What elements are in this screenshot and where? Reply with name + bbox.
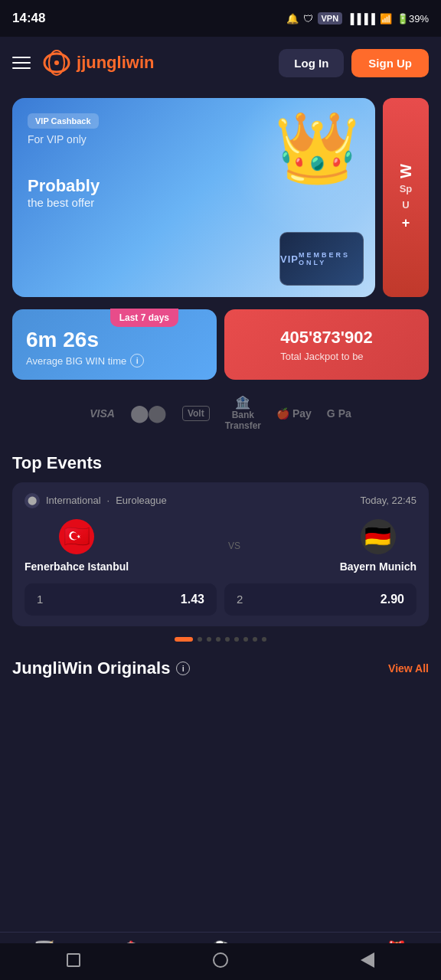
hero-section: 👑 VIP Cashback For VIP only Probably the… xyxy=(0,89,441,303)
carousel-dot-7[interactable] xyxy=(243,637,248,642)
logo-text: jjungliwin xyxy=(77,53,154,73)
signal-icon: ▐▐▐▐ xyxy=(347,13,375,24)
status-bar: 14:48 🔔 🛡 VPN ▐▐▐▐ 📶 🔋39% xyxy=(0,0,441,37)
hero-banner-main[interactable]: 👑 VIP Cashback For VIP only Probably the… xyxy=(12,98,375,297)
odd-button-2[interactable]: 2 2.90 xyxy=(224,583,416,616)
carousel-dot-2[interactable] xyxy=(198,637,202,642)
event-time: Today, 22:45 xyxy=(361,495,416,506)
odd-button-1[interactable]: 1 1.43 xyxy=(24,583,217,616)
android-recents-button[interactable] xyxy=(61,948,86,972)
side-banner-u: U xyxy=(402,199,409,211)
odd-label-2: 2 xyxy=(237,593,243,606)
header-left: jjungliwin xyxy=(12,49,154,77)
mastercard-icon: ⬤ xyxy=(130,403,149,423)
originals-title: JungliWin Originals i xyxy=(12,658,190,678)
vip-badge: VIP Cashback xyxy=(28,113,99,129)
notification-icon: 🔔 xyxy=(286,13,299,24)
team1: 🇹🇷 Fenerbahce Istanbul xyxy=(24,519,129,573)
jackpot-number: 405'873'902 xyxy=(280,328,373,348)
carousel-dot-1[interactable] xyxy=(175,637,193,642)
vip-card-decoration: VIPMEMBERS ONLY xyxy=(279,232,364,286)
logo-icon xyxy=(43,49,70,77)
originals-info-icon[interactable]: i xyxy=(176,662,190,675)
signup-button[interactable]: Sign Up xyxy=(351,49,429,77)
team1-name: Fenerbahce Istanbul xyxy=(24,560,129,573)
battery-icon: 🔋39% xyxy=(397,13,429,24)
hero-small-text: the best offer xyxy=(28,196,94,209)
top-events-title: Top Events xyxy=(0,441,441,482)
last-days-badge: Last 7 days xyxy=(110,309,178,327)
side-banner-plus: + xyxy=(402,215,410,231)
carousel-dot-6[interactable] xyxy=(234,637,239,642)
event-teams: 🇹🇷 Fenerbahce Istanbul VS 🇩🇪 Bayern Muni… xyxy=(24,519,416,573)
logo[interactable]: jjungliwin xyxy=(43,49,154,77)
jackpot-label: Total Jackpot to be xyxy=(280,351,373,362)
payment-visa: VISA xyxy=(90,407,115,420)
visa-text: VISA xyxy=(90,407,115,420)
jackpot-info: 405'873'902 Total Jackpot to be xyxy=(280,328,373,362)
odd-value-1: 1.43 xyxy=(181,593,204,606)
vs-divider: VS xyxy=(228,541,240,551)
wifi-icon: 📶 xyxy=(380,13,392,24)
status-time: 14:48 xyxy=(12,11,45,26)
carousel-dot-4[interactable] xyxy=(216,637,220,642)
team2-flag: 🇩🇪 xyxy=(361,519,396,554)
android-back-button[interactable] xyxy=(355,948,380,972)
android-nav xyxy=(0,943,441,980)
hero-banner-side[interactable]: W Sp U + xyxy=(383,98,429,297)
vpn-badge: VPN xyxy=(318,12,343,24)
info-icon[interactable]: i xyxy=(130,354,144,368)
odd-value-2: 2.90 xyxy=(381,593,404,606)
crown-decoration: 👑 xyxy=(274,113,360,182)
team1-flag: 🇹🇷 xyxy=(59,519,94,554)
side-banner-sp: Sp xyxy=(400,183,413,194)
hamburger-menu[interactable] xyxy=(12,57,31,69)
carousel-dots xyxy=(0,626,441,652)
event-header: ⬤ International · Euroleague Today, 22:4… xyxy=(24,493,416,508)
payment-mastercard: ⬤⬤ xyxy=(130,403,167,423)
side-banner-text: W xyxy=(397,164,415,178)
stat-card-big-win: Last 7 days 6m 26s Average BIG WIN time … xyxy=(12,309,217,380)
event-odds: 1 1.43 2 2.90 xyxy=(24,583,416,616)
tournament-name: Euroleague xyxy=(116,495,167,506)
team2-name: Bayern Munich xyxy=(340,560,416,573)
stat-card-jackpot: 405'873'902 Total Jackpot to be xyxy=(224,309,429,380)
stats-row: Last 7 days 6m 26s Average BIG WIN time … xyxy=(0,303,441,386)
back-icon xyxy=(361,952,374,968)
team2: 🇩🇪 Bayern Munich xyxy=(340,519,416,573)
carousel-dot-5[interactable] xyxy=(225,637,230,642)
android-home-button[interactable] xyxy=(208,948,233,972)
odd-label-1: 1 xyxy=(37,593,43,606)
header-buttons: Log In Sign Up xyxy=(279,49,429,77)
payment-volt: Volt xyxy=(182,406,210,421)
view-all-button[interactable]: View All xyxy=(388,662,429,675)
recents-icon xyxy=(67,953,80,967)
shield-icon: 🛡 xyxy=(303,13,313,24)
event-league: ⬤ International · Euroleague xyxy=(24,493,167,508)
payment-bank: 🏦 BankTransfer xyxy=(225,395,261,432)
svg-point-2 xyxy=(54,60,59,65)
event-card: ⬤ International · Euroleague Today, 22:4… xyxy=(12,482,429,626)
login-button[interactable]: Log In xyxy=(279,49,344,77)
bank-icon: 🏦 xyxy=(235,395,250,410)
league-name: International xyxy=(46,495,101,506)
originals-header: JungliWin Originals i View All xyxy=(0,652,441,688)
carousel-dot-3[interactable] xyxy=(207,637,211,642)
payment-google-pay: G Pa xyxy=(327,407,351,420)
carousel-dot-8[interactable] xyxy=(253,637,257,642)
big-win-label: Average BIG WIN time i xyxy=(26,354,203,368)
league-icon: ⬤ xyxy=(24,493,40,508)
payment-methods: VISA ⬤⬤ Volt 🏦 BankTransfer 🍎 Pay G Pa xyxy=(0,386,441,441)
home-icon xyxy=(213,952,228,968)
status-icons: 🔔 🛡 VPN ▐▐▐▐ 📶 🔋39% xyxy=(286,12,430,24)
header: jjungliwin Log In Sign Up xyxy=(0,37,441,89)
carousel-dot-9[interactable] xyxy=(262,637,266,642)
payment-apple-pay: 🍎 Pay xyxy=(276,407,312,420)
big-win-time: 6m 26s xyxy=(26,328,203,352)
